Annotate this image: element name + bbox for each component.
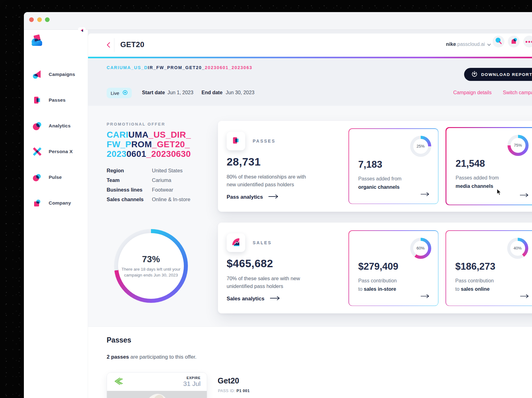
pass-card-header: EXPIRE 31 Jul [107, 373, 207, 391]
subcard-text: Pass contribution [358, 278, 397, 284]
subcard-text: Pass contribution [455, 278, 494, 284]
content-panel: GET20 nike.passcloud.ai [88, 33, 532, 398]
passes-stat-card: PASSES 28,731 80% of these relationships… [218, 121, 532, 212]
offer-title-line: CARIUMA_US_DIR_ [107, 130, 191, 139]
sidebar-item-campaigns[interactable]: Campaigns [32, 68, 75, 81]
campaign-code-segment: CARIUMA_US_D [107, 65, 148, 70]
organic-share-donut: 25% [410, 136, 431, 157]
sidebar-item-persona-x[interactable]: Persona X [32, 145, 73, 158]
sidebar-item-label: Persona X [49, 149, 73, 154]
media-passes-value: 21,548 [456, 158, 485, 169]
detail-row: Team Cariuma [107, 177, 171, 183]
app-window: Campaigns Passes [24, 12, 532, 398]
subcard-text: to sales online [455, 286, 490, 292]
subcard-text: to sales in-store [358, 286, 396, 292]
donut-percent-label: 40% [513, 246, 521, 250]
header-divider [114, 38, 114, 52]
pass-photo [107, 391, 207, 398]
subcard-text: media channels [456, 183, 493, 189]
close-window-button[interactable] [29, 17, 34, 22]
pass-card-get20[interactable]: EXPIRE 31 Jul [107, 372, 207, 398]
sidebar-item-label: Campaigns [49, 72, 75, 77]
campaign-countdown-donut: 73% There are 18 days left until your ca… [114, 229, 188, 303]
passcloud-logo[interactable] [29, 33, 45, 50]
pass-expire: EXPIRE 31 Jul [183, 376, 201, 387]
page-title: GET20 [120, 40, 144, 49]
passes-tile [227, 132, 245, 150]
start-date-value: Jun 1, 2023 [167, 90, 193, 95]
campaign-code-segment: 20230601_2023063 [205, 65, 252, 70]
sales-online-card[interactable]: 40% $186,273 Pass contribution to sales … [446, 230, 532, 306]
sidebar-collapse-tab[interactable] [78, 27, 86, 34]
detail-value: United States [152, 168, 183, 174]
sales-stat-card: SALES $465,682 70% of these sales are wi… [218, 223, 532, 313]
campaign-details-link[interactable]: Campaign details [453, 90, 492, 95]
sidebar-item-label: Company [49, 200, 71, 206]
organic-channels-card[interactable]: 25% 7,183 Passes added from organic chan… [348, 128, 438, 204]
start-date-label: Start date [142, 90, 165, 95]
sales-in-store-card[interactable]: 60% $279,409 Pass contribution to sales … [348, 230, 438, 306]
company-icon [32, 198, 42, 208]
pass-name: Get20 [218, 376, 239, 385]
campaign-code: CARIUMA_US_DIR_FW_PROM_GET20_20230601_20… [107, 65, 252, 70]
sidebar-item-analytics[interactable]: Analytics [32, 120, 71, 132]
sidebar-item-label: Passes [49, 97, 66, 103]
sidebar-item-company[interactable]: Company [32, 197, 71, 209]
passes-total-value: 28,731 [227, 156, 261, 168]
sidebar-item-pulse[interactable]: Pulse [32, 171, 62, 184]
download-report-button[interactable]: DOWNLOAD REPORT [464, 68, 532, 81]
back-button[interactable] [105, 40, 112, 50]
sidebar-item-passes[interactable]: Passes [32, 94, 66, 106]
countdown-text-line: campaign ends Jun 30, 2023 [124, 272, 178, 278]
donut-percent-label: 25% [416, 144, 424, 148]
arrow-right-icon[interactable] [520, 193, 529, 198]
sales-analytics-link[interactable]: Sales analytics [227, 296, 280, 302]
account-selector[interactable]: nike.passcloud.ai [446, 42, 491, 47]
main-content: PROMOTIONAL OFFER CARIUMA_US_DIR_ FW_PRO… [88, 106, 532, 326]
detail-label: Region [107, 168, 152, 174]
countdown-text-line: There are 18 days left until your [122, 266, 180, 272]
passes-count-line: 2 passes are participating to this offer… [107, 354, 197, 360]
download-report-label: DOWNLOAD REPORT [481, 72, 532, 77]
passcloud-apps-button[interactable] [508, 36, 520, 47]
download-icon [472, 71, 477, 78]
end-date-value: Jun 30, 2023 [226, 90, 255, 95]
passes-card-label: PASSES [253, 139, 276, 144]
media-channels-card[interactable]: 75% 21,548 Passes added from media chann… [446, 127, 532, 205]
countdown-percent: 73% [142, 254, 160, 264]
campaigns-icon [32, 69, 42, 80]
campaign-code-segment: IR_FW_PROM_GET20_ [148, 65, 205, 70]
switch-campaign-link[interactable]: Switch campaign [503, 90, 532, 95]
cariuma-logo-icon [113, 377, 125, 387]
search-button[interactable] [493, 36, 504, 47]
arrow-right-icon [270, 296, 280, 302]
zoom-window-button[interactable] [45, 17, 50, 22]
sidebar-item-label: Pulse [49, 175, 62, 180]
sales-total-value: $465,682 [227, 257, 273, 270]
offer-title: CARIUMA_US_DIR_ FW_PROM_GET20_ 20230601_… [107, 130, 191, 159]
status-label: Live [111, 91, 119, 96]
arrow-right-icon[interactable] [421, 294, 429, 299]
donut-percent-label: 75% [514, 143, 522, 148]
arrow-right-icon[interactable] [421, 192, 429, 197]
account-name: nike [446, 42, 456, 47]
pulse-icon [32, 172, 42, 183]
screenshot-canvas: Campaigns Passes [0, 0, 532, 398]
passes-icon [231, 135, 241, 147]
passes-section: Passes 2 passes are participating to thi… [88, 326, 532, 398]
minimize-window-button[interactable] [37, 17, 42, 22]
arrow-right-icon[interactable] [520, 294, 529, 299]
sales-tile [227, 233, 245, 252]
sales-icon [231, 237, 241, 248]
arrow-right-icon [268, 194, 278, 200]
offer-title-line: FW_PROM_GET20_ [107, 139, 191, 149]
live-radio-icon [122, 90, 128, 96]
more-options-button[interactable] [523, 36, 532, 47]
in-store-sales-value: $279,409 [358, 261, 398, 272]
pass-analytics-link[interactable]: Pass analytics [227, 194, 278, 200]
page-header: GET20 nike.passcloud.ai [88, 33, 532, 57]
sidebar: Campaigns Passes [24, 30, 88, 398]
campaign-banner: CARIUMA_US_DIR_FW_PROM_GET20_20230601_20… [88, 58, 532, 106]
online-sales-value: $186,273 [455, 261, 495, 272]
search-icon [495, 37, 502, 46]
